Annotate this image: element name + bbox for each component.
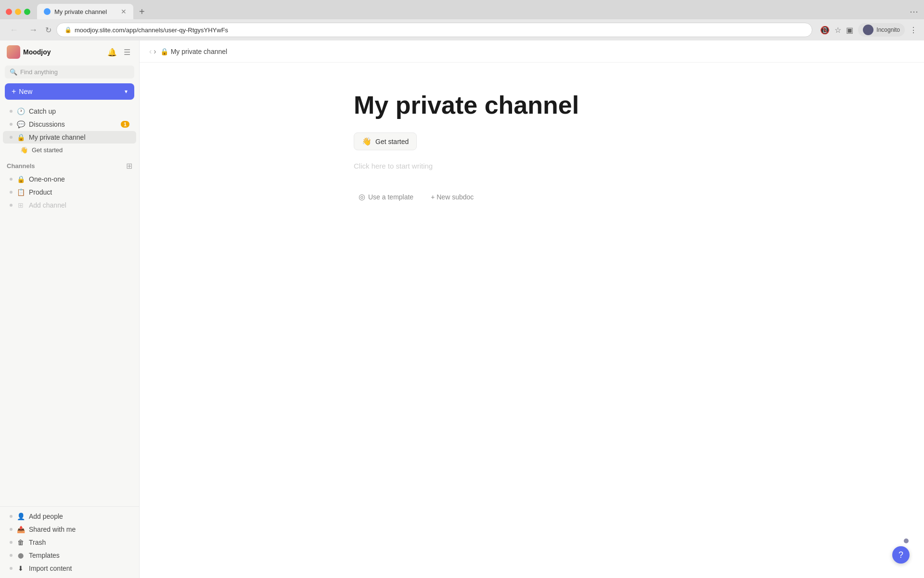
- address-input[interactable]: 🔒 moodjoy.slite.com/app/channels/user-qy…: [56, 23, 812, 37]
- one-on-one-icon: 🔒: [16, 175, 25, 183]
- product-icon: 📋: [16, 188, 25, 196]
- discussions-badge: 1: [121, 121, 129, 128]
- tab-close-button[interactable]: ✕: [121, 8, 127, 15]
- breadcrumb-nav: ‹ ›: [149, 47, 156, 56]
- cast-icon[interactable]: 📵: [820, 26, 830, 35]
- lock-security-icon: 🔒: [64, 26, 72, 33]
- shared-with-me-label: Shared with me: [29, 525, 129, 533]
- close-traffic-light[interactable]: [6, 9, 12, 15]
- doc-click-to-write[interactable]: Click here to start writing: [354, 162, 710, 170]
- incognito-label: Incognito: [876, 26, 900, 33]
- new-button-label: New: [19, 88, 122, 95]
- private-channel-icon: 🔒: [16, 133, 25, 141]
- sidebar-item-one-on-one[interactable]: 🔒 One-on-one: [3, 173, 136, 185]
- nav-dot-icon: [10, 567, 13, 570]
- status-dot-indicator: [904, 539, 909, 543]
- add-channel-icon: ⊞: [16, 201, 25, 209]
- back-button[interactable]: ←: [7, 24, 21, 36]
- sidebar-item-product[interactable]: 📋 Product: [3, 186, 136, 198]
- get-started-label: Get started: [32, 146, 63, 154]
- url-text: moodjoy.slite.com/app/channels/user-qy-R…: [75, 26, 228, 34]
- active-tab[interactable]: My private channel ✕: [37, 4, 133, 19]
- nav-dot-icon: [10, 136, 13, 139]
- sidebar: Moodjoy 🔔 ☰ 🔍 Find anything + New ▾ 🕐 Ca…: [0, 40, 140, 578]
- channels-add-button[interactable]: ⊞: [126, 161, 132, 171]
- fullscreen-traffic-light[interactable]: [24, 9, 30, 15]
- sidebar-item-add-people[interactable]: 👤 Add people: [3, 510, 136, 523]
- sidebar-item-add-channel[interactable]: ⊞ Add channel: [3, 199, 136, 211]
- one-on-one-label: One-on-one: [29, 175, 129, 183]
- nav-dot-icon: [10, 178, 13, 181]
- tab-title: My private channel: [54, 8, 107, 15]
- nav-dot-icon: [10, 123, 13, 126]
- breadcrumb-item: 🔒 My private channel: [160, 48, 228, 55]
- more-options-icon[interactable]: ⋮: [910, 26, 917, 35]
- nav-dot-icon: [10, 191, 13, 194]
- sidebar-nav: 🕐 Catch up 💬 Discussions 1 🔒 My private …: [0, 103, 139, 506]
- sidebar-sub-item-get-started[interactable]: 👋 Get started: [3, 144, 136, 156]
- subdoc-label: Get started: [375, 138, 409, 145]
- reload-button[interactable]: ↻: [45, 26, 51, 35]
- sidebar-item-discussions[interactable]: 💬 Discussions 1: [3, 118, 136, 131]
- add-channel-label: Add channel: [29, 201, 129, 209]
- sidebar-item-shared-with-me[interactable]: 📤 Shared with me: [3, 523, 136, 536]
- new-subdoc-button[interactable]: + New subdoc: [426, 190, 478, 204]
- tab-menu-button[interactable]: ⋯: [910, 6, 918, 17]
- new-arrow-icon: ▾: [125, 88, 128, 95]
- search-placeholder-text: Find anything: [20, 68, 58, 76]
- new-button[interactable]: + New ▾: [5, 83, 134, 100]
- channels-section-title: Channels: [7, 162, 123, 170]
- templates-label: Templates: [29, 552, 129, 559]
- nav-dot-icon: [10, 204, 13, 207]
- sidebar-bottom: 👤 Add people 📤 Shared with me 🗑 Trash ⬤ …: [0, 506, 139, 578]
- discussions-icon: 💬: [16, 120, 25, 128]
- split-view-icon[interactable]: ▣: [846, 26, 853, 35]
- incognito-avatar: [863, 25, 873, 35]
- incognito-button[interactable]: Incognito: [858, 23, 905, 37]
- tab-bar: My private channel ✕ + ⋯: [0, 0, 924, 19]
- my-private-channel-label: My private channel: [29, 133, 129, 141]
- use-template-button[interactable]: ◎ Use a template: [354, 189, 418, 204]
- subdoc-emoji: 👋: [362, 137, 372, 146]
- traffic-lights: [6, 9, 30, 15]
- address-bar: ← → ↻ 🔒 moodjoy.slite.com/app/channels/u…: [0, 19, 924, 40]
- doc-subdoc-card[interactable]: 👋 Get started: [354, 132, 417, 150]
- bookmark-icon[interactable]: ☆: [834, 26, 841, 35]
- product-label: Product: [29, 188, 129, 196]
- workspace-avatar: [7, 45, 20, 59]
- discussions-label: Discussions: [29, 120, 117, 128]
- nav-dot-icon: [10, 515, 13, 518]
- help-button[interactable]: ?: [892, 546, 910, 564]
- new-tab-button[interactable]: +: [135, 6, 149, 17]
- shared-with-me-icon: 📤: [16, 525, 25, 533]
- sidebar-item-catch-up[interactable]: 🕐 Catch up: [3, 105, 136, 118]
- sidebar-item-my-private-channel[interactable]: 🔒 My private channel: [3, 131, 136, 144]
- tab-favicon: [44, 8, 51, 15]
- import-content-label: Import content: [29, 565, 129, 572]
- notifications-button[interactable]: 🔔: [105, 47, 119, 58]
- catch-up-icon: 🕐: [16, 107, 25, 115]
- search-bar[interactable]: 🔍 Find anything: [5, 66, 134, 79]
- nav-dot-icon: [10, 541, 13, 544]
- breadcrumb-back-button[interactable]: ‹: [149, 47, 152, 56]
- browser-chrome: My private channel ✕ + ⋯ ← → ↻ 🔒 moodjoy…: [0, 0, 924, 40]
- sidebar-item-trash[interactable]: 🗑 Trash: [3, 536, 136, 549]
- nav-dot-icon: [10, 110, 13, 113]
- content-header: ‹ › 🔒 My private channel: [140, 40, 924, 63]
- doc-title[interactable]: My private channel: [354, 92, 710, 119]
- doc-area: My private channel 👋 Get started Click h…: [315, 63, 748, 578]
- template-icon: ◎: [359, 192, 365, 201]
- sidebar-header: Moodjoy 🔔 ☰: [0, 40, 139, 64]
- sidebar-toggle-button[interactable]: ☰: [122, 47, 132, 58]
- add-people-label: Add people: [29, 512, 129, 520]
- add-people-icon: 👤: [16, 512, 25, 520]
- import-content-icon: ⬇: [16, 565, 25, 572]
- forward-button[interactable]: →: [26, 24, 40, 36]
- breadcrumb-forward-button[interactable]: ›: [154, 47, 156, 56]
- sidebar-item-import-content[interactable]: ⬇ Import content: [3, 562, 136, 575]
- get-started-emoji: 👋: [20, 146, 28, 154]
- minimize-traffic-light[interactable]: [15, 9, 21, 15]
- sidebar-item-templates[interactable]: ⬤ Templates: [3, 549, 136, 562]
- app: Moodjoy 🔔 ☰ 🔍 Find anything + New ▾ 🕐 Ca…: [0, 40, 924, 578]
- new-subdoc-label: + New subdoc: [431, 193, 474, 201]
